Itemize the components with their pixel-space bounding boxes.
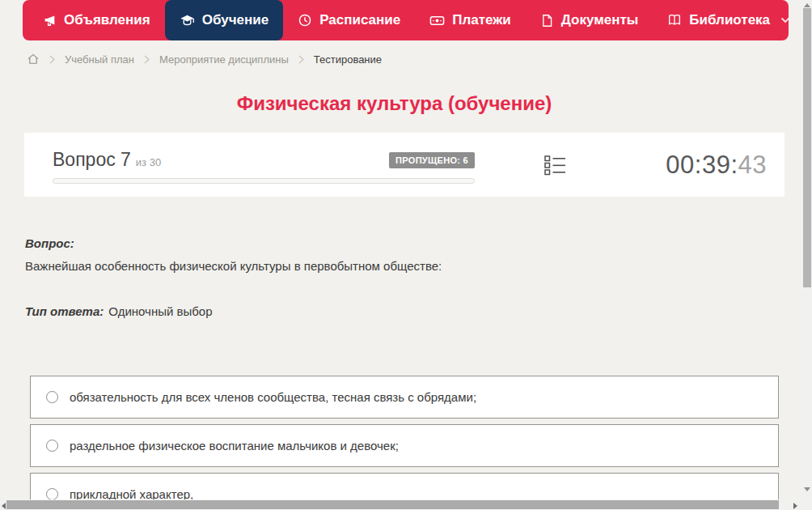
nav-item-documents[interactable]: Документы xyxy=(526,0,653,40)
page-title: Физическая культура (обучение) xyxy=(0,92,789,115)
answer-type-label: Тип ответа: xyxy=(25,304,104,318)
home-icon[interactable] xyxy=(27,53,40,66)
nav-item-announcements[interactable]: Объявления xyxy=(27,0,165,40)
radio-button-icon[interactable] xyxy=(46,440,58,452)
radio-button-icon[interactable] xyxy=(46,488,58,500)
vertical-scrollbar[interactable] xyxy=(802,0,812,499)
vertical-scrollbar-thumb[interactable] xyxy=(803,8,811,287)
question-counter: Вопрос 7из 30 xyxy=(53,149,161,171)
question-total: из 30 xyxy=(136,156,161,168)
answer-option[interactable]: раздельное физическое воспитание мальчик… xyxy=(30,424,779,467)
question-heading: Вопрос: xyxy=(25,236,781,250)
chevron-right-icon xyxy=(49,55,55,64)
question-text: Важнейшая особенность физической культур… xyxy=(25,259,781,273)
answer-type-row: Тип ответа:Одиночный выбор xyxy=(25,304,781,318)
answer-option-label: обязательность для всех членов сообществ… xyxy=(70,390,476,404)
nav-item-label: Обучение xyxy=(202,12,269,28)
question-block: Вопрос: Важнейшая особенность физической… xyxy=(25,236,781,318)
megaphone-icon xyxy=(42,13,57,28)
answer-option-label: раздельное физическое воспитание мальчик… xyxy=(70,439,399,453)
main-navbar: Объявления Обучение Расписание xyxy=(23,0,789,40)
scroll-left-arrow-icon[interactable] xyxy=(2,503,6,509)
breadcrumb: Учебный план Мероприятие дисциплины Тест… xyxy=(27,51,382,67)
answer-type-value: Одиночный выбор xyxy=(108,304,212,318)
breadcrumb-item-curriculum[interactable]: Учебный план xyxy=(65,53,134,66)
nav-item-learning[interactable]: Обучение xyxy=(165,0,283,40)
countdown-timer: 00:39:43 xyxy=(666,151,767,180)
scroll-right-arrow-icon[interactable] xyxy=(793,503,797,509)
nav-item-label: Платежи xyxy=(452,12,511,28)
nav-item-library[interactable]: Библиотека xyxy=(653,0,805,40)
skipped-badge: ПРОПУЩЕНО: 6 xyxy=(389,152,475,168)
document-icon xyxy=(540,14,554,28)
answer-option[interactable]: обязательность для всех членов сообществ… xyxy=(30,376,779,419)
horizontal-scrollbar[interactable] xyxy=(0,499,812,510)
horizontal-scrollbar-thumb[interactable] xyxy=(6,500,779,509)
nav-item-label: Документы xyxy=(561,12,639,28)
progress-bar xyxy=(53,178,475,184)
breadcrumb-item-testing: Тестирование xyxy=(314,53,382,66)
scroll-down-arrow-icon[interactable] xyxy=(804,487,810,491)
question-number: Вопрос 7 xyxy=(53,149,131,170)
nav-item-label: Библиотека xyxy=(689,12,770,28)
nav-item-schedule[interactable]: Расписание xyxy=(283,0,415,40)
nav-item-label: Расписание xyxy=(319,12,400,28)
open-book-icon xyxy=(667,13,682,28)
banknote-icon xyxy=(429,13,445,28)
nav-item-payments[interactable]: Платежи xyxy=(415,0,526,40)
question-list-icon[interactable] xyxy=(544,155,566,180)
breadcrumb-item-discipline-event[interactable]: Мероприятие дисциплины xyxy=(159,53,289,66)
timer-hours-minutes: 00:39: xyxy=(666,151,738,179)
nav-item-label: Объявления xyxy=(64,12,150,28)
quiz-header-panel: Вопрос 7из 30 ПРОПУЩЕНО: 6 00:39:43 xyxy=(24,133,785,197)
clock-icon xyxy=(298,13,312,28)
question-progress-block: Вопрос 7из 30 ПРОПУЩЕНО: 6 xyxy=(53,149,475,184)
graduation-cap-icon xyxy=(180,13,195,28)
chevron-right-icon xyxy=(298,55,304,64)
scroll-up-arrow-icon[interactable] xyxy=(804,3,810,7)
radio-button-icon[interactable] xyxy=(46,391,58,403)
timer-seconds: 43 xyxy=(738,151,767,179)
chevron-right-icon xyxy=(144,55,150,64)
chevron-down-icon xyxy=(780,17,790,23)
